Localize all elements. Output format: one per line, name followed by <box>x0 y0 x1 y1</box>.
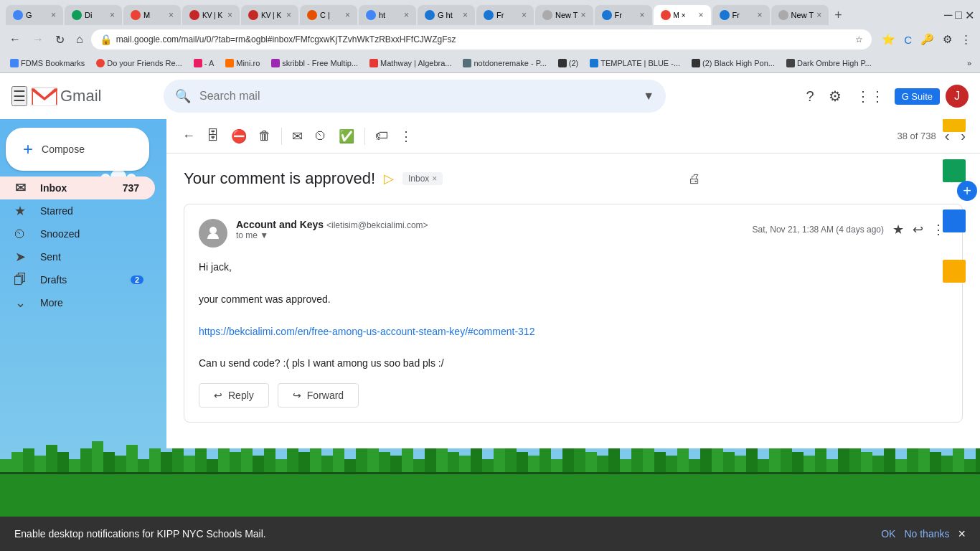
bookmark-black-high-pon[interactable]: (2) Black High Pon... <box>687 57 779 69</box>
tab-c[interactable]: C | × <box>300 5 357 25</box>
tab-ht2[interactable]: G ht × <box>418 5 475 25</box>
sidebar-item-starred[interactable]: ★ Starred <box>0 199 155 222</box>
snooze-button[interactable]: ⏲ <box>310 124 331 148</box>
hamburger-menu-button[interactable]: ☰ <box>11 86 27 106</box>
bookmark-fdms[interactable]: FDMS Bookmarks <box>6 57 89 69</box>
sender-info: Account and Keys <iletisim@bekcialimi.co… <box>236 219 744 240</box>
delete-button[interactable]: 🗑 <box>254 124 275 148</box>
toolbar-separator-1 <box>281 128 282 145</box>
minimize-button[interactable]: ─ <box>944 9 952 22</box>
inbox-tag-remove-icon[interactable]: × <box>432 174 437 184</box>
reply-quick-button[interactable]: ↩ <box>910 219 926 240</box>
notification-ok-button[interactable]: OK <box>881 528 895 540</box>
tab-fr2[interactable]: Fr × <box>595 5 652 25</box>
bookmark-friends[interactable]: Do your Friends Re... <box>92 57 187 69</box>
maximize-button[interactable]: □ <box>955 9 962 22</box>
tab-fr1[interactable]: Fr × <box>476 5 534 25</box>
bookmarks-more[interactable]: » <box>964 57 974 69</box>
sender-avatar <box>199 219 227 248</box>
notification-no-thanks-button[interactable]: No thanks <box>904 528 949 540</box>
close-window-button[interactable]: ✕ <box>965 9 974 22</box>
archive-button[interactable]: 🗄 <box>202 124 224 148</box>
settings-button[interactable]: ⚙ <box>824 83 846 109</box>
tab-new2[interactable]: New T × <box>771 5 829 25</box>
forward-button[interactable]: ↪ Forward <box>278 383 359 408</box>
bookmark-dark-ombre[interactable]: Dark Ombre High P... <box>782 57 876 69</box>
add-widget-button[interactable]: + <box>957 181 977 201</box>
chrome-extension3[interactable]: ⚙ <box>940 32 955 47</box>
tab-fr3[interactable]: Fr × <box>712 5 770 25</box>
bookmark-star-icon[interactable]: ☆ <box>855 34 863 44</box>
apps-button[interactable]: ⋮⋮ <box>852 83 889 109</box>
back-to-inbox-button[interactable]: ← <box>178 124 199 148</box>
tab-g[interactable]: G × <box>6 5 63 25</box>
inbox-badge: 737 <box>118 182 143 194</box>
sidebar-item-inbox[interactable]: ✉ Inbox 737 <box>0 176 155 199</box>
sidebar-item-snoozed[interactable]: ⏲ Snoozed <box>0 222 155 245</box>
report-spam-button[interactable]: ⛔ <box>227 124 251 149</box>
side-widget-4 <box>943 260 966 283</box>
to-dropdown-icon[interactable]: ▼ <box>260 230 268 240</box>
bookmark-miniro[interactable]: Mini.ro <box>221 57 264 69</box>
gmail-logo: Gmail <box>32 86 101 106</box>
search-bar[interactable]: 🔍 ▼ <box>164 80 666 113</box>
more-chevron-icon: ⌄ <box>11 295 29 311</box>
home-button[interactable]: ⌂ <box>72 32 87 47</box>
forward-button[interactable]: → <box>29 32 47 47</box>
chrome-extension1[interactable]: C <box>901 32 915 47</box>
bookmark-2[interactable]: (2) <box>554 57 583 69</box>
avatar[interactable]: J <box>946 85 969 108</box>
gsuite-badge[interactable]: G Suite <box>895 88 940 105</box>
email-subject: Your comment is approved! <box>184 169 375 188</box>
bookmark-skribbl[interactable]: skribbl - Free Multip... <box>267 57 362 69</box>
search-input[interactable] <box>199 90 634 103</box>
tab-kv1[interactable]: KV | K × <box>182 5 240 25</box>
print-button[interactable]: 🖨 <box>685 169 704 189</box>
side-widget-2 <box>943 159 966 182</box>
tab-di[interactable]: Di × <box>65 5 122 25</box>
bookmark-mathway[interactable]: Mathway | Algebra... <box>365 57 456 69</box>
toolbar-separator-2 <box>364 128 365 145</box>
browser-chrome: G × Di × M × KV | K × KV | K × C | × <box>0 0 980 73</box>
add-to-tasks-button[interactable]: ✅ <box>334 124 359 149</box>
tab-kv2[interactable]: KV | K × <box>241 5 298 25</box>
message-header: Account and Keys <iletisim@bekcialimi.co… <box>199 219 948 248</box>
search-icon: 🔍 <box>175 88 191 104</box>
refresh-button[interactable]: ↻ <box>52 32 68 48</box>
reply-icon: ↩ <box>214 390 222 401</box>
star-message-button[interactable]: ★ <box>890 219 907 240</box>
compose-button[interactable]: + Compose <box>6 128 149 171</box>
pagination-text: 38 of 738 <box>897 131 936 141</box>
reply-button[interactable]: ↩ Reply <box>199 383 269 408</box>
tab-gmail-active[interactable]: M × × <box>654 5 711 25</box>
more-options-button[interactable]: ⋮ <box>395 124 417 149</box>
help-button[interactable]: ? <box>802 84 819 109</box>
bookmark-a[interactable]: - A <box>189 57 218 69</box>
sidebar-item-sent[interactable]: ➤ Sent <box>0 245 155 268</box>
back-button[interactable]: ← <box>6 32 24 47</box>
reply-forward-row: ↩ Reply ↪ Forward <box>199 383 948 408</box>
sidebar-item-drafts[interactable]: 🗍 Drafts 2 <box>0 268 155 291</box>
search-dropdown-icon[interactable]: ▼ <box>643 90 654 103</box>
header-right: ? ⚙ ⋮⋮ G Suite J <box>802 83 969 109</box>
bookmark-template-blue[interactable]: TEMPLATE | BLUE -... <box>585 57 684 69</box>
chrome-extension2[interactable]: 🔑 <box>918 32 937 47</box>
notification-close-button[interactable]: × <box>958 527 966 542</box>
tab-ht1[interactable]: ht × <box>359 5 416 25</box>
bookmark-notdone[interactable]: notdoneremake - P... <box>458 57 550 69</box>
label-button[interactable]: 🏷 <box>371 124 392 148</box>
time-text: Sat, Nov 21, 1:38 AM (4 days ago) <box>753 225 884 235</box>
email-toolbar: ← 🗄 ⛔ 🗑 ✉ ⏲ ✅ 🏷 ⋮ 38 of 738 ‹ › <box>166 119 980 154</box>
new-tab-button[interactable]: + <box>830 8 847 23</box>
tab-m1[interactable]: M × <box>123 5 181 25</box>
sidebar-inbox-label: Inbox <box>40 182 107 194</box>
inbox-tag[interactable]: Inbox × <box>402 172 443 185</box>
extensions-button[interactable]: ⭐ <box>879 32 898 47</box>
address-bar[interactable]: 🔒 mail.google.com/mail/u/0/?tab=rm&ogbl#… <box>91 29 872 50</box>
mark-unread-button[interactable]: ✉ <box>288 124 307 149</box>
chrome-menu[interactable]: ⋮ <box>958 32 974 47</box>
sidebar-drafts-label: Drafts <box>40 274 119 286</box>
tab-new1[interactable]: New T × <box>535 5 593 25</box>
sidebar-item-more[interactable]: ⌄ More <box>0 291 155 314</box>
body-link[interactable]: https://bekcialimi.com/en/free-among-us-… <box>199 326 534 337</box>
